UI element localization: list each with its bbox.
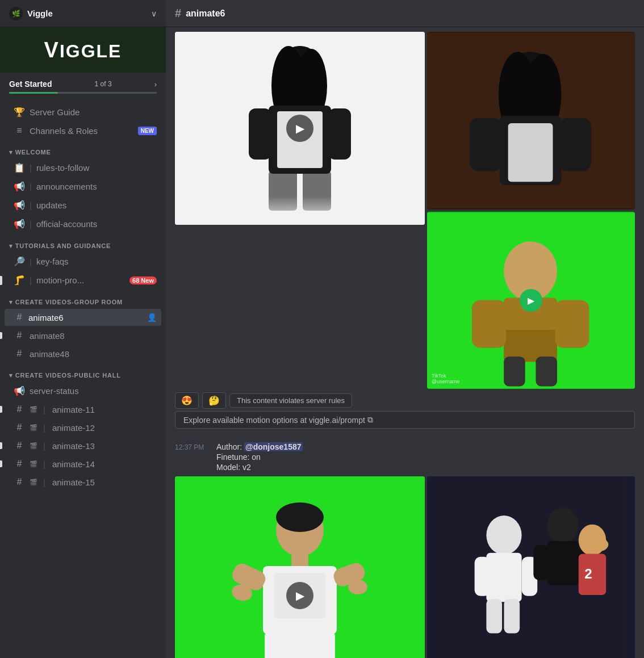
announce-icon: 📢	[14, 181, 25, 192]
new-badge: NEW	[138, 127, 157, 135]
get-started-title[interactable]: Get Started	[9, 79, 52, 89]
finetune-value: on	[252, 452, 261, 462]
chevron-down-icon: ∨	[151, 9, 157, 18]
hash-icon-11: #	[14, 404, 25, 414]
media-grid-2: ▶	[175, 476, 635, 658]
sidebar-item-server-status[interactable]: 📢 server-status	[5, 382, 161, 400]
animate-14-wrapper: # 🎬 | animate-14	[0, 455, 166, 473]
media-side-2: 2	[427, 476, 635, 658]
server-guide-label: Server Guide	[30, 107, 157, 117]
search-icon: 🔎	[14, 256, 25, 267]
explore-text-1: Explore available motion options at vigg…	[183, 416, 365, 425]
thumb-1a[interactable]	[427, 32, 635, 209]
reaction-love-1[interactable]: 😍	[175, 392, 199, 409]
explore-link-1[interactable]: Explore available motion options at vigg…	[175, 411, 635, 429]
sidebar-item-announcements[interactable]: 📢 | announcements	[5, 178, 161, 195]
unread-indicator	[0, 276, 2, 285]
sidebar-item-animate-11[interactable]: # 🎬 | animate-11	[5, 401, 161, 418]
finetune-label: Finetune:	[216, 452, 252, 462]
animate-11-label: animate-11	[52, 405, 157, 414]
svg-point-46	[486, 515, 521, 555]
unread-count-badge: 68 New	[129, 276, 157, 284]
author-mention[interactable]: @donjose1587	[244, 442, 302, 451]
sidebar-item-motion-pro[interactable]: 🦵 | motion-pro... 68 New	[5, 271, 161, 289]
channels-roles-label: Channels & Roles	[30, 126, 133, 136]
film-icon-13: 🎬	[30, 442, 37, 450]
film-icon-12: 🎬	[30, 424, 37, 431]
add-member-icon[interactable]: 👤	[147, 313, 157, 322]
sidebar-item-animate-12[interactable]: # 🎬 | animate-12	[5, 419, 161, 436]
sidebar-item-key-faqs[interactable]: 🔎 | key-faqs	[5, 253, 161, 270]
sidebar-item-animate-14[interactable]: # 🎬 | animate-14	[5, 455, 161, 472]
sidebar-item-rules[interactable]: 📋 | rules-to-follow	[5, 159, 161, 177]
animate-12-label: animate-12	[52, 423, 157, 433]
svg-rect-24	[555, 300, 589, 347]
play-button-1[interactable]: ▶	[286, 115, 313, 142]
svg-point-36	[348, 580, 367, 594]
reaction-hmm-1[interactable]: 🤔	[202, 392, 226, 409]
svg-rect-25	[504, 357, 525, 387]
animate6-label: animate6	[28, 313, 64, 322]
get-started-chevron: ›	[154, 80, 157, 89]
main-video-2[interactable]: ▶	[175, 476, 425, 658]
sidebar-item-official-accounts[interactable]: 📢 | official-accounts	[5, 215, 161, 233]
flag-button-1[interactable]: This content violates server rules	[229, 393, 352, 408]
animate-15-label: animate-15	[52, 477, 157, 487]
animate-11-wrapper: # 🎬 | animate-11	[0, 400, 166, 418]
action-row-1: 😍 🤔 This content violates server rules	[175, 392, 635, 409]
animate8-label: animate8	[30, 331, 157, 341]
model-label: Model:	[216, 463, 242, 472]
channel-hash-icon: #	[175, 7, 181, 20]
sidebar-item-animate8[interactable]: # animate8	[5, 327, 161, 344]
progress-bar-fill	[9, 92, 58, 94]
updates-icon: 📢	[14, 200, 25, 211]
sidebar-item-channels-roles[interactable]: ≡ Channels & Roles NEW	[5, 122, 161, 139]
get-started-section: Get Started 1 of 3 ›	[0, 73, 166, 103]
svg-rect-47	[486, 553, 521, 602]
basketball-game: 2	[427, 476, 635, 658]
svg-rect-18	[559, 118, 591, 171]
svg-rect-54	[533, 545, 549, 580]
sidebar-item-server-guide[interactable]: 🏆 Server Guide	[5, 103, 161, 121]
svg-rect-30	[291, 555, 308, 567]
sidebar-item-animate-15[interactable]: # 🎬 | animate-15	[5, 473, 161, 491]
hash-icon-animate48: #	[14, 349, 25, 359]
svg-point-29	[276, 502, 324, 532]
media-side-1: TikTok@username ▶	[427, 32, 635, 389]
svg-rect-16	[508, 123, 553, 182]
svg-rect-51	[504, 599, 520, 633]
film-icon-11: 🎬	[30, 406, 37, 413]
server-header[interactable]: 🌿 Viggle ∨	[0, 0, 166, 27]
sidebar-item-updates[interactable]: 📢 | updates	[5, 196, 161, 214]
category-welcome: ▾ WELCOME	[0, 140, 166, 158]
unread-dot-11	[0, 406, 2, 413]
unread-dot-14	[0, 460, 2, 467]
category-tutorials: ▾ TUTORIALS AND GUIDANCE	[0, 233, 166, 252]
viggle-banner: VIGGLE	[0, 27, 166, 73]
message-header-2: 12:37 PM Author: @donjose1587 Finetune: …	[175, 442, 635, 473]
basketball-figure	[175, 476, 425, 658]
sidebar-item-animate6[interactable]: # animate6 👤	[5, 309, 161, 326]
hash-icon-animate6: #	[14, 312, 25, 322]
svg-text:2: 2	[584, 566, 592, 581]
svg-rect-37	[265, 632, 335, 658]
film-icon-14: 🎬	[30, 460, 37, 468]
hash-icon-12: #	[14, 422, 25, 433]
svg-rect-53	[547, 541, 579, 585]
play-button-2[interactable]: ▶	[286, 582, 313, 609]
channel-header-name: animate6	[186, 9, 225, 19]
sidebar-item-animate-13[interactable]: # 🎬 | animate-13	[5, 437, 161, 454]
media-grid-1: ▶	[175, 32, 635, 389]
svg-rect-57	[579, 554, 606, 596]
svg-rect-48	[475, 557, 491, 596]
thumb-2a[interactable]: 2	[427, 476, 635, 658]
thumb-1b[interactable]: TikTok@username ▶	[427, 212, 635, 389]
sidebar-item-animate48[interactable]: # animate48	[5, 345, 161, 362]
progress-bar-bg	[9, 92, 157, 94]
main-video-1[interactable]: ▶	[175, 32, 425, 225]
hash-icon-animate8: #	[14, 330, 25, 341]
play-btn-thumb-1b[interactable]: ▶	[520, 289, 542, 312]
animate-13-wrapper: # 🎬 | animate-13	[0, 437, 166, 455]
hash-icon-15: #	[14, 477, 25, 487]
external-link-icon-1: ⧉	[367, 415, 373, 425]
